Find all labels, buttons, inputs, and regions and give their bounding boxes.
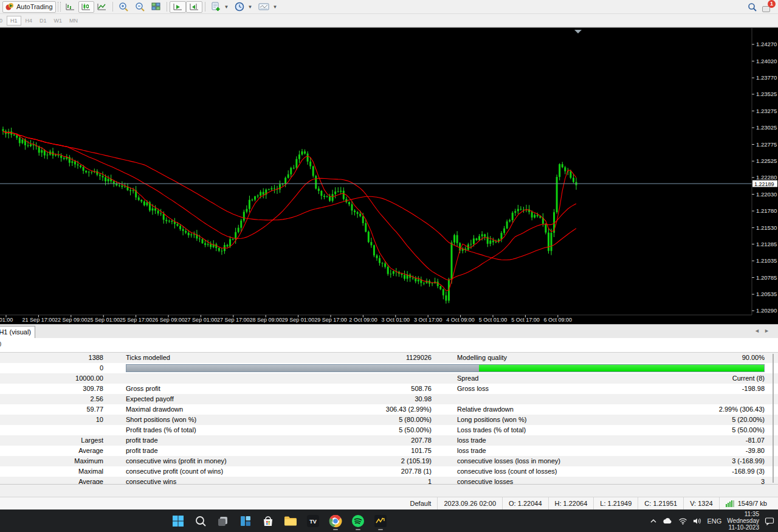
search-icon[interactable]	[748, 2, 757, 12]
taskbar-widgets-icon[interactable]	[238, 513, 253, 529]
report-row[interactable]: Maximalconsecutive profit (count of wins…	[0, 466, 778, 477]
bar-chart-button[interactable]	[63, 1, 78, 13]
report-row[interactable]: Averageconsecutive wins1consecutive loss…	[0, 477, 778, 484]
onedrive-cloud-icon[interactable]	[663, 517, 673, 525]
report-row[interactable]: Largestprofit trade207.78loss trade-81.0…	[0, 435, 778, 446]
status-size-label: 1549/7 kb	[738, 497, 767, 510]
report-row[interactable]: 0	[0, 363, 778, 373]
svg-text:5 Oct 01:00: 5 Oct 01:00	[479, 317, 508, 323]
notification-center-icon[interactable]	[765, 517, 774, 525]
connection-bars-icon	[726, 500, 735, 507]
svg-text:1.22189: 1.22189	[754, 181, 774, 187]
svg-text:1.21780: 1.21780	[756, 207, 777, 214]
taskbar-explorer-icon[interactable]	[283, 513, 298, 529]
auto-scroll-button[interactable]	[170, 1, 186, 13]
report-value-mid: 5 (80.00%)	[255, 415, 432, 425]
tray-overflow-chevron-icon[interactable]	[650, 518, 657, 524]
main-toolbar: AutoTrading	[0, 0, 778, 14]
status-cell-3: H: 1.22064	[548, 497, 594, 510]
taskbar-tradingview-icon[interactable]: TV	[306, 513, 320, 529]
svg-text:1.22030: 1.22030	[756, 191, 777, 198]
svg-text:1.22280: 1.22280	[756, 174, 777, 181]
dropdown-arrow-icon[interactable]: ▼	[247, 4, 252, 10]
report-value-right: 90.00%	[608, 353, 765, 363]
svg-text:29 Sep 01:00: 29 Sep 01:00	[282, 317, 315, 323]
running-indicator	[333, 529, 338, 530]
report-row[interactable]: 2.56Expected payoff30.98	[0, 394, 778, 404]
zoom-out-button[interactable]	[132, 1, 148, 13]
taskbar-metatrader-icon[interactable]	[373, 513, 388, 529]
report-row[interactable]: 10000.00SpreadCurrent (8)	[0, 373, 778, 384]
tab-scroll-right-icon[interactable]: ►	[764, 328, 769, 334]
report-row[interactable]: 1388Ticks modelled1129026Modelling quali…	[0, 353, 778, 363]
tray-day: Wednesday	[727, 517, 759, 524]
taskbar-start-icon[interactable]	[171, 513, 185, 529]
report-value-right	[608, 394, 765, 404]
tile-windows-button[interactable]	[148, 1, 164, 13]
status-cell-4: L: 1.21949	[593, 497, 638, 510]
chart-shift-button[interactable]	[186, 1, 202, 13]
timeframe-0[interactable]: 0	[0, 16, 5, 25]
report-value-right: Current (8)	[608, 373, 765, 384]
svg-text:6 Oct 09:00: 6 Oct 09:00	[544, 317, 573, 323]
taskbar-task-view-icon[interactable]	[216, 513, 230, 529]
new-order-button[interactable]: ▼	[208, 1, 232, 13]
svg-text:4 Oct 09:00: 4 Oct 09:00	[446, 317, 475, 323]
notifications-button[interactable]: 1	[762, 2, 774, 12]
wifi-icon[interactable]	[678, 517, 687, 525]
svg-text:5 Oct 17:00: 5 Oct 17:00	[511, 317, 540, 323]
dropdown-arrow-icon[interactable]: ▼	[224, 4, 229, 10]
period-button[interactable]: ▼	[232, 1, 255, 13]
report-value-mid	[255, 373, 432, 384]
report-value-right: 5 (50.00%)	[608, 425, 765, 435]
report-value-left: 59.77	[0, 404, 103, 415]
dropdown-arrow-icon[interactable]: ▼	[272, 4, 277, 10]
line-chart-button[interactable]	[94, 1, 110, 13]
report-row[interactable]: 59.77Maximal drawdown306.43 (2.99%)Relat…	[0, 404, 778, 415]
status-cell-5: C: 1.21951	[638, 497, 683, 510]
timeframe-h1[interactable]: H1	[7, 16, 21, 26]
zoom-in-button[interactable]	[115, 1, 132, 13]
tray-language[interactable]: ENG	[707, 517, 722, 525]
svg-text:22 Sep 09:00: 22 Sep 09:00	[55, 317, 88, 323]
tab-scroll-left-icon[interactable]: ◄	[754, 328, 760, 334]
svg-text:1.20785: 1.20785	[756, 274, 777, 281]
candlestick-button[interactable]	[78, 1, 94, 13]
taskbar-chrome-icon[interactable]	[328, 513, 343, 529]
report-row[interactable]: 309.78Gross profit508.76Gross loss-198.9…	[0, 384, 778, 394]
timeframe-mn[interactable]: MN	[66, 16, 81, 25]
report-value-left: 2.56	[0, 394, 103, 404]
autotrading-button[interactable]: AutoTrading	[2, 1, 56, 13]
running-indicator	[378, 529, 383, 530]
tray-clock[interactable]: 11:35 Wednesday 11-10-2023	[727, 511, 759, 531]
speaker-icon[interactable]	[693, 517, 702, 525]
report-row[interactable]: Averageprofit trade101.75loss trade-39.8…	[0, 446, 778, 456]
tray-time: 11:35	[727, 511, 759, 517]
report-value-left: Maximum	[0, 456, 103, 466]
svg-text:1.21530: 1.21530	[756, 224, 777, 231]
taskbar-spotify-icon[interactable]	[351, 513, 365, 529]
svg-text:29 Sep 17:00: 29 Sep 17:00	[314, 317, 347, 323]
templates-icon	[258, 2, 269, 11]
autotrading-label: AutoTrading	[16, 3, 53, 10]
report-row[interactable]: 10Short positions (won %)5 (80.00%)Long …	[0, 415, 778, 425]
tab-h1-visual[interactable]: H1 (visual)	[0, 326, 35, 339]
price-chart[interactable]: 1.242701.240201.237701.235251.232751.230…	[0, 27, 778, 324]
report-value-mid: 30.98	[255, 394, 432, 404]
report-value-mid: 1	[255, 477, 432, 484]
report-scrollbar[interactable]	[773, 354, 774, 483]
timeframe-w1[interactable]: W1	[51, 16, 66, 25]
report-value-left: 10	[0, 415, 103, 425]
report-row[interactable]: Profit trades (% of total)5 (50.00%)Loss…	[0, 425, 778, 435]
modelling-quality-bar-green	[479, 365, 764, 371]
templates-button[interactable]: ▼	[255, 1, 280, 13]
report-row[interactable]: Maximumconsecutive wins (profit in money…	[0, 456, 778, 466]
report-value-right: 5 (20.00%)	[608, 415, 765, 425]
taskbar-search-icon[interactable]	[193, 513, 208, 529]
timeframe-h4[interactable]: H4	[22, 16, 36, 25]
report-value-left: 10000.00	[0, 373, 103, 384]
svg-text:27 Sep 17:00: 27 Sep 17:00	[217, 317, 250, 323]
taskbar-store-icon[interactable]	[261, 513, 275, 529]
timeframe-d1[interactable]: D1	[36, 16, 50, 25]
zoom-out-icon	[135, 2, 145, 12]
